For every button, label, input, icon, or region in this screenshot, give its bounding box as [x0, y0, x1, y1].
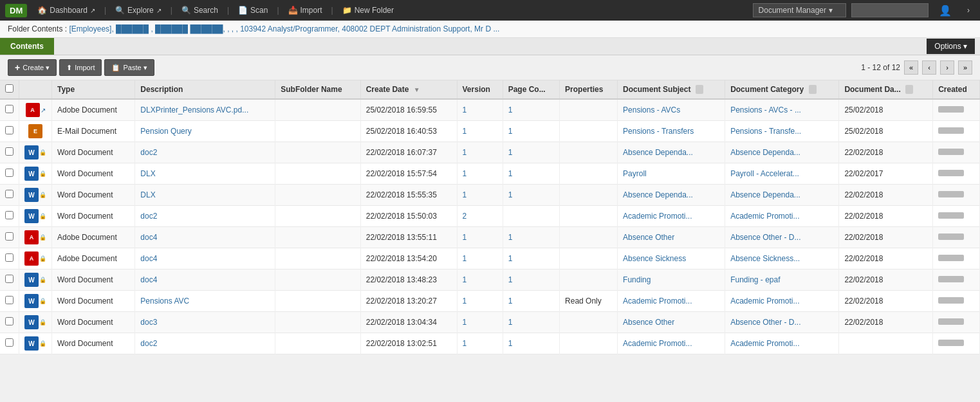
header-version[interactable]: Version: [457, 80, 503, 99]
header-type[interactable]: Type: [52, 80, 135, 99]
row-checkbox-cell[interactable]: [0, 206, 19, 227]
row-doc-subject: Pensions - AVCs: [618, 99, 725, 121]
nav-search[interactable]: 🔍 Search: [176, 3, 223, 17]
row-checkbox-cell[interactable]: [0, 270, 19, 291]
row-page-count: 1: [503, 185, 559, 206]
nav-import[interactable]: 📥 Import: [283, 3, 328, 17]
options-button[interactable]: Options ▾: [927, 39, 975, 54]
create-button[interactable]: + Create ▾: [8, 59, 57, 76]
header-doc-subject[interactable]: Document Subject: [618, 80, 725, 99]
gray-bar: [938, 318, 964, 325]
row-checkbox[interactable]: [5, 296, 14, 304]
row-type: E-Mail Document: [52, 121, 135, 142]
page-last-button[interactable]: »: [958, 60, 972, 75]
row-description[interactable]: DLX: [135, 185, 275, 206]
row-checkbox[interactable]: [5, 338, 14, 347]
row-doc-category: Absence Sickness...: [725, 248, 839, 270]
user-icon-btn[interactable]: 👤: [934, 2, 957, 19]
chevron-right-icon: ›: [962, 3, 975, 17]
nav-scan[interactable]: 📄 Scan: [233, 3, 273, 17]
row-checkbox[interactable]: [5, 147, 14, 156]
import-button[interactable]: ⬆ Import: [59, 59, 102, 76]
table-row: EE-Mail DocumentPension Query25/02/2018 …: [0, 121, 980, 142]
import-label: Import: [75, 64, 95, 71]
header-subfolder[interactable]: SubFolder Name: [275, 80, 360, 99]
tab-contents[interactable]: Contents: [0, 38, 54, 55]
row-checkbox-cell[interactable]: [0, 121, 19, 142]
header-page-count[interactable]: Page Co...: [503, 80, 559, 99]
row-checkbox-cell[interactable]: [0, 185, 19, 206]
select-all-checkbox[interactable]: [5, 84, 14, 93]
create-label: Create ▾: [23, 64, 50, 72]
row-description[interactable]: DLX: [135, 163, 275, 185]
header-description[interactable]: Description: [135, 80, 275, 99]
row-checkbox-cell[interactable]: [0, 163, 19, 185]
row-doc-subject: Absence Other: [618, 312, 725, 333]
row-checkbox[interactable]: [5, 253, 14, 262]
row-subfolder: [275, 248, 360, 270]
page-prev-button[interactable]: ‹: [922, 60, 936, 75]
nav-dashboard[interactable]: 🏠 Dashboard ↗: [32, 3, 100, 17]
row-doc-subject: Payroll: [618, 163, 725, 185]
row-properties: [560, 227, 618, 248]
row-checkbox[interactable]: [5, 275, 14, 283]
row-checkbox[interactable]: [5, 126, 14, 134]
nav-new-folder[interactable]: 📁 New Folder: [337, 3, 399, 17]
top-search-input[interactable]: [851, 3, 929, 17]
table-row: A🔒Adobe Documentdoc422/02/2018 13:55:111…: [0, 227, 980, 248]
row-checkbox[interactable]: [5, 211, 14, 219]
row-description[interactable]: doc4: [135, 248, 275, 270]
page-next-button[interactable]: ›: [940, 60, 954, 75]
row-checkbox-cell[interactable]: [0, 291, 19, 312]
row-version: 1: [457, 227, 503, 248]
row-checkbox[interactable]: [5, 317, 14, 325]
word-icon: W: [24, 209, 39, 223]
breadcrumb-path: [Employees], ██████ , ██████ ██████, , ,…: [69, 24, 499, 33]
row-checkbox-cell[interactable]: [0, 142, 19, 163]
row-checkbox-cell[interactable]: [0, 248, 19, 270]
doc-icon-wrap: W🔒: [24, 188, 46, 202]
manager-dropdown[interactable]: Document Manager ▾: [753, 3, 846, 17]
row-doc-subject: Absence Sickness: [618, 248, 725, 270]
row-description[interactable]: doc4: [135, 270, 275, 291]
row-subfolder: [275, 206, 360, 227]
row-description[interactable]: doc2: [135, 333, 275, 354]
row-description[interactable]: doc3: [135, 312, 275, 333]
row-checkbox-cell[interactable]: [0, 227, 19, 248]
header-created[interactable]: Created: [933, 80, 980, 99]
row-checkbox-cell[interactable]: [0, 99, 19, 121]
breadcrumb-prefix: Folder Contents :: [8, 24, 69, 33]
row-subfolder: [275, 227, 360, 248]
row-checkbox-cell[interactable]: [0, 312, 19, 333]
lock-icon: 🔒: [39, 213, 46, 219]
row-doc-date: 22/02/2018: [839, 312, 933, 333]
row-description[interactable]: doc2: [135, 142, 275, 163]
header-properties[interactable]: Properties: [560, 80, 618, 99]
lock-icon: 🔒: [39, 277, 46, 283]
row-doc-category: Absence Other - D...: [725, 312, 839, 333]
nav-explore[interactable]: 🔍 Explore ↗: [110, 3, 167, 17]
row-description[interactable]: doc4: [135, 227, 275, 248]
row-create-date: 22/02/2018 15:57:54: [360, 163, 457, 185]
page-first-button[interactable]: «: [904, 60, 918, 75]
header-checkbox-col[interactable]: [0, 80, 19, 99]
row-description[interactable]: Pension Query: [135, 121, 275, 142]
row-checkbox[interactable]: [5, 169, 14, 177]
row-checkbox[interactable]: [5, 190, 14, 198]
doc-icon-wrap: W🔒: [24, 336, 46, 351]
row-checkbox-cell[interactable]: [0, 333, 19, 354]
adobe-icon: A: [24, 251, 39, 266]
gray-bar: [938, 127, 964, 134]
row-checkbox[interactable]: [5, 232, 14, 241]
word-icon: W: [24, 167, 39, 181]
row-description[interactable]: Pensions AVC: [135, 291, 275, 312]
row-description[interactable]: DLXPrinter_Pensions AVC.pd...: [135, 99, 275, 121]
row-description[interactable]: doc2: [135, 206, 275, 227]
header-create-date[interactable]: Create Date ▼: [360, 80, 457, 99]
header-doc-category[interactable]: Document Category: [725, 80, 839, 99]
paste-button[interactable]: 📋 Paste ▾: [104, 59, 154, 76]
row-checkbox[interactable]: [5, 105, 14, 113]
header-doc-date[interactable]: Document Da...: [839, 80, 933, 99]
word-icon: W: [24, 273, 39, 287]
row-doc-category: Absence Dependa...: [725, 142, 839, 163]
